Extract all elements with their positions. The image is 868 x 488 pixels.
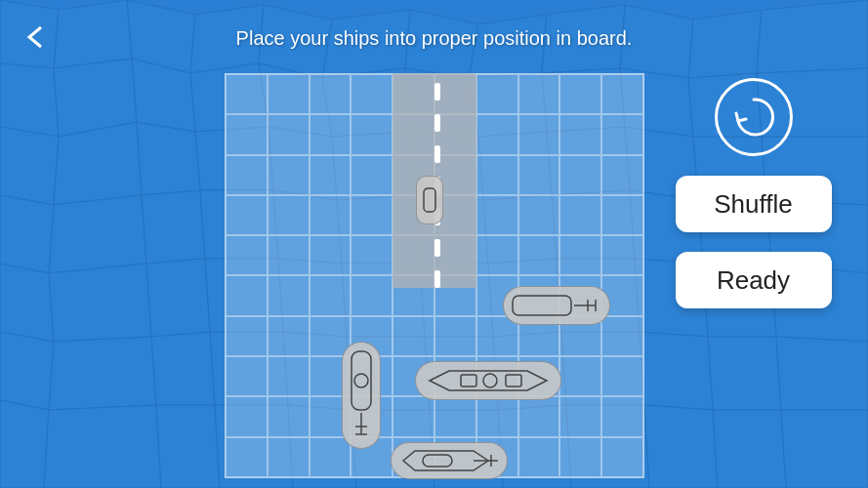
board-cell[interactable] <box>518 74 560 114</box>
svg-rect-97 <box>423 455 452 467</box>
board-cell[interactable] <box>559 396 601 436</box>
board-cell[interactable] <box>393 396 434 436</box>
board-cell[interactable] <box>518 114 560 154</box>
ready-label: Ready <box>717 265 790 296</box>
ship-small-horizontal[interactable] <box>391 442 508 479</box>
board-cell[interactable] <box>476 74 518 114</box>
board-cell[interactable] <box>268 195 310 235</box>
board-cell[interactable] <box>434 396 476 436</box>
board-cell[interactable] <box>559 155 601 195</box>
board-cell[interactable] <box>268 396 310 436</box>
board-cell[interactable] <box>559 356 601 396</box>
road-dash <box>434 114 440 132</box>
board-cell[interactable] <box>518 235 560 275</box>
board-cell[interactable] <box>601 195 643 235</box>
board-cell[interactable] <box>434 316 476 356</box>
board-cell[interactable] <box>310 155 351 195</box>
board-cell[interactable] <box>601 356 643 396</box>
board-cell[interactable] <box>559 437 601 477</box>
ready-button[interactable]: Ready <box>676 252 832 308</box>
svg-marker-70 <box>708 337 781 410</box>
board-cell[interactable] <box>518 437 560 477</box>
board-cell[interactable] <box>476 235 518 275</box>
board-cell[interactable] <box>351 275 393 315</box>
board-cell[interactable] <box>226 356 268 396</box>
svg-marker-48 <box>0 264 54 342</box>
board-cell[interactable] <box>351 74 393 114</box>
board-cell[interactable] <box>226 316 268 356</box>
board-cell[interactable] <box>226 396 268 436</box>
board-cell[interactable] <box>601 155 643 195</box>
rotate-icon <box>728 92 779 142</box>
board-cell[interactable] <box>268 356 310 396</box>
svg-marker-69 <box>640 332 713 410</box>
ship-large-horizontal[interactable] <box>415 361 561 400</box>
ship-medium-vertical[interactable] <box>342 342 381 449</box>
svg-marker-83 <box>781 410 868 488</box>
svg-rect-85 <box>513 296 571 315</box>
svg-marker-36 <box>0 195 54 273</box>
board-cell[interactable] <box>310 437 351 477</box>
board-cell[interactable] <box>226 114 268 154</box>
svg-marker-71 <box>776 337 868 410</box>
board-cell[interactable] <box>310 195 351 235</box>
board-cell[interactable] <box>268 155 310 195</box>
board-cell[interactable] <box>268 437 310 477</box>
board-cell[interactable] <box>226 275 268 315</box>
board-cell[interactable] <box>559 74 601 114</box>
board-cell[interactable] <box>268 235 310 275</box>
svg-marker-74 <box>156 405 220 488</box>
svg-marker-24 <box>0 127 59 205</box>
board-cell[interactable] <box>351 155 393 195</box>
svg-marker-82 <box>713 410 786 488</box>
board-cell[interactable] <box>268 74 310 114</box>
road-dash <box>434 145 440 163</box>
board-cell[interactable] <box>226 74 268 114</box>
page-title: Place your ships into proper position in… <box>0 27 868 50</box>
board-cell[interactable] <box>226 235 268 275</box>
board-cell[interactable] <box>518 396 560 436</box>
board-cell[interactable] <box>601 235 643 275</box>
board-cell[interactable] <box>518 155 560 195</box>
game-board <box>225 73 644 478</box>
shuffle-button[interactable]: Shuffle <box>676 176 832 232</box>
board-cell[interactable] <box>268 114 310 154</box>
road-dash <box>434 270 440 288</box>
board-cell[interactable] <box>601 114 643 154</box>
rotate-button[interactable] <box>715 78 793 156</box>
svg-rect-84 <box>424 188 435 212</box>
right-panel: Shuffle Ready <box>668 78 839 308</box>
svg-marker-37 <box>49 195 146 273</box>
board-cell[interactable] <box>518 195 560 235</box>
board-cell[interactable] <box>351 114 393 154</box>
svg-marker-62 <box>151 332 215 405</box>
svg-marker-81 <box>644 405 718 488</box>
ship-medium-horizontal-1[interactable] <box>503 286 610 325</box>
svg-rect-96 <box>506 375 521 386</box>
board-cell[interactable] <box>559 195 601 235</box>
ship-small-vertical[interactable] <box>416 176 443 224</box>
board-cell[interactable] <box>310 275 351 315</box>
board-cell[interactable] <box>310 114 351 154</box>
board-cell[interactable] <box>559 235 601 275</box>
board-cell[interactable] <box>476 114 518 154</box>
board-cell[interactable] <box>601 437 643 477</box>
board-cell[interactable] <box>393 316 434 356</box>
board-cell[interactable] <box>476 155 518 195</box>
board-cell[interactable] <box>476 195 518 235</box>
board-cell[interactable] <box>476 396 518 436</box>
board-cell[interactable] <box>351 195 393 235</box>
board-cell[interactable] <box>310 235 351 275</box>
board-cell[interactable] <box>310 74 351 114</box>
board-cell[interactable] <box>601 316 643 356</box>
board-cell[interactable] <box>601 74 643 114</box>
board-cell[interactable] <box>559 114 601 154</box>
board-cell[interactable] <box>351 235 393 275</box>
board-cell[interactable] <box>268 316 310 356</box>
board-cell[interactable] <box>226 437 268 477</box>
board-cell[interactable] <box>226 195 268 235</box>
svg-point-95 <box>483 374 497 387</box>
board-cell[interactable] <box>226 155 268 195</box>
board-cell[interactable] <box>601 396 643 436</box>
board-cell[interactable] <box>268 275 310 315</box>
